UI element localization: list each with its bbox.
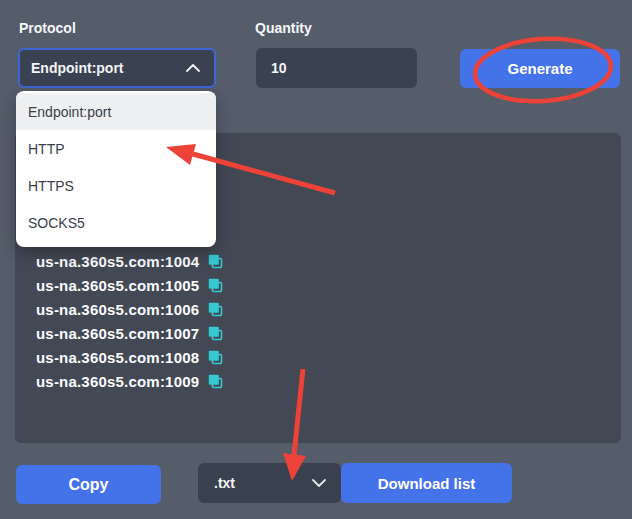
copy-icon[interactable] xyxy=(208,350,223,365)
endpoint-row: us-na.360s5.com:1005 xyxy=(36,273,621,297)
format-select[interactable]: .txt xyxy=(198,463,341,503)
copy-icon[interactable] xyxy=(208,374,223,389)
protocol-label: Protocol xyxy=(19,20,76,36)
endpoint-row: us-na.360s5.com:1004 xyxy=(36,249,621,273)
endpoint-row: us-na.360s5.com:1007 xyxy=(36,321,621,345)
format-select-value: .txt xyxy=(214,475,235,491)
proxy-generator-page: Protocol Quantity Endpoint:port Generate… xyxy=(0,0,632,519)
protocol-option[interactable]: HTTP xyxy=(16,130,216,167)
protocol-select-value: Endpoint:port xyxy=(31,60,124,76)
chevron-down-icon xyxy=(312,479,326,487)
copy-icon[interactable] xyxy=(208,302,223,317)
protocol-select[interactable]: Endpoint:port xyxy=(18,48,216,88)
download-list-button[interactable]: Download list xyxy=(341,463,512,503)
generate-button[interactable]: Generate xyxy=(460,49,620,88)
endpoint-text: us-na.360s5.com:1008 xyxy=(36,349,199,366)
protocol-option[interactable]: Endpoint:port xyxy=(16,93,216,130)
protocol-option[interactable]: HTTPS xyxy=(16,167,216,204)
endpoint-text: us-na.360s5.com:1004 xyxy=(36,253,199,270)
endpoint-text: us-na.360s5.com:1007 xyxy=(36,325,199,342)
endpoint-row: us-na.360s5.com:1006 xyxy=(36,297,621,321)
endpoint-row: us-na.360s5.com:1009 xyxy=(36,369,621,393)
copy-icon[interactable] xyxy=(208,326,223,341)
endpoint-text: us-na.360s5.com:1005 xyxy=(36,277,199,294)
copy-button[interactable]: Copy xyxy=(16,465,161,504)
chevron-up-icon xyxy=(186,64,200,72)
protocol-dropdown-menu: Endpoint:portHTTPHTTPSSOCKS5 xyxy=(16,91,216,247)
copy-icon[interactable] xyxy=(208,254,223,269)
endpoint-text: us-na.360s5.com:1006 xyxy=(36,301,199,318)
protocol-option[interactable]: SOCKS5 xyxy=(16,204,216,241)
quantity-input[interactable] xyxy=(256,48,417,88)
endpoint-text: us-na.360s5.com:1009 xyxy=(36,373,199,390)
endpoint-row: us-na.360s5.com:1008 xyxy=(36,345,621,369)
quantity-label: Quantity xyxy=(255,20,312,36)
copy-icon[interactable] xyxy=(208,278,223,293)
